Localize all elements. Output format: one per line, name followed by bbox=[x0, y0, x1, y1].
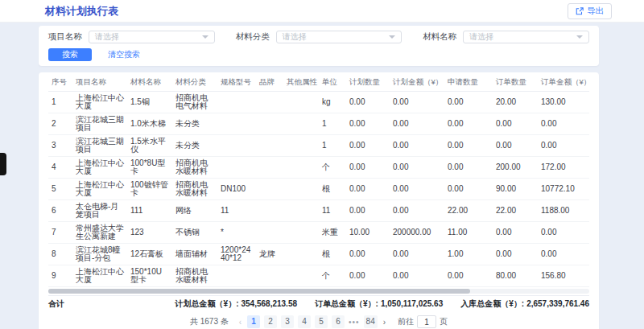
table-cell: 招商机电水暖材料 bbox=[172, 265, 217, 287]
table-cell: 172.00 bbox=[538, 157, 589, 179]
table-cell: 0.00 bbox=[390, 113, 444, 135]
table-cell: 1 bbox=[319, 135, 346, 157]
filter-select[interactable]: 请选择 bbox=[463, 31, 589, 43]
table-cell: 0.00 bbox=[346, 113, 390, 135]
column-header: 计划数量 bbox=[346, 74, 390, 92]
table-cell bbox=[217, 92, 256, 113]
column-header: 品牌 bbox=[256, 74, 283, 92]
main-content: 项目名称请选择材料分类请选择材料名称请选择 搜索 清空搜索 序号项目名称材料名称… bbox=[39, 26, 599, 329]
more-pages-button[interactable]: ••• bbox=[349, 318, 360, 327]
table-row: 2滨江花城三期项目1.0米木梯未分类10.000.000.000.000.00 bbox=[48, 113, 589, 135]
table-cell: 根 bbox=[319, 244, 346, 265]
table-cell: 0.00 bbox=[493, 135, 538, 157]
filter-fields-row: 项目名称请选择材料分类请选择材料名称请选择 bbox=[48, 31, 589, 43]
table-cell bbox=[217, 157, 256, 179]
page-button[interactable]: 1 bbox=[247, 315, 260, 328]
table-cell: 111 bbox=[127, 200, 172, 222]
table-cell: 1.5铜 bbox=[127, 92, 172, 113]
table-cell: 7 bbox=[48, 222, 72, 244]
table-cell: 网络 bbox=[172, 200, 217, 222]
table-cell: 1 bbox=[48, 92, 72, 113]
horizontal-scrollbar-thumb[interactable] bbox=[48, 289, 470, 294]
column-header: 材料名称 bbox=[127, 74, 172, 92]
export-button[interactable]: 导出 bbox=[568, 3, 612, 19]
table-cell: 1.00 bbox=[444, 244, 493, 265]
filter-select[interactable]: 请选择 bbox=[89, 31, 215, 43]
table-cell: 0.00 bbox=[444, 265, 493, 287]
table-cell bbox=[283, 135, 319, 157]
filter-field-label: 材料分类 bbox=[236, 31, 270, 43]
table-cell: 10772.10 bbox=[538, 179, 589, 200]
table-cell: 22.00 bbox=[493, 200, 538, 222]
table-cell: 上海松江中心大厦 bbox=[72, 179, 127, 200]
table-cell bbox=[256, 135, 283, 157]
table-cell: 0.00 bbox=[538, 113, 589, 135]
table-cell bbox=[256, 200, 283, 222]
filter-panel: 项目名称请选择材料分类请选择材料名称请选择 搜索 清空搜索 bbox=[39, 26, 599, 66]
page-button[interactable]: 4 bbox=[298, 315, 311, 328]
table-cell: 156.80 bbox=[538, 265, 589, 287]
table-cell: 0.00 bbox=[444, 113, 493, 135]
page-button[interactable]: 5 bbox=[315, 315, 328, 328]
table-cell: 22.00 bbox=[444, 200, 493, 222]
table-cell: 滨江花城三期项目 bbox=[72, 135, 127, 157]
table-cell bbox=[283, 113, 319, 135]
app-header: 材料计划执行表 导出 bbox=[0, 0, 644, 23]
select-placeholder: 请选择 bbox=[283, 31, 307, 43]
table-cell: 0.00 bbox=[346, 92, 390, 113]
page-button[interactable]: 84 bbox=[364, 315, 378, 328]
table-row: 1上海松江中心大厦1.5铜招商机电电气材料kg0.000.000.0020.00… bbox=[48, 92, 589, 113]
table-cell: 0.00 bbox=[538, 135, 589, 157]
goto-page-input[interactable] bbox=[417, 315, 436, 328]
table-cell: 4 bbox=[48, 157, 72, 179]
clear-search-button[interactable]: 清空搜索 bbox=[108, 49, 140, 60]
table-cell bbox=[256, 179, 283, 200]
table-cell: 0.00 bbox=[346, 157, 390, 179]
horizontal-scrollbar-track[interactable] bbox=[48, 289, 589, 294]
table-cell: 个 bbox=[319, 157, 346, 179]
column-header: 单位 bbox=[319, 74, 346, 92]
table-row: 3滨江花城三期项目1.5米水平仪未分类10.000.000.000.000.00 bbox=[48, 135, 589, 157]
table-cell: 招商机电电气材料 bbox=[172, 92, 217, 113]
filter-field: 材料分类请选择 bbox=[236, 31, 402, 43]
table-body: 1上海松江中心大厦1.5铜招商机电电气材料kg0.000.000.0020.00… bbox=[48, 92, 589, 287]
filter-select[interactable]: 请选择 bbox=[276, 31, 402, 43]
table-cell: 太仓电梯-月笼项目 bbox=[72, 200, 127, 222]
goto-suffix: 页 bbox=[440, 316, 448, 327]
table-row: 6太仓电梯-月笼项目111网络11110.000.0022.0022.00118… bbox=[48, 200, 589, 222]
table-cell: 常州盛达大学生公寓新建 bbox=[72, 222, 127, 244]
table-cell: 90.00 bbox=[493, 179, 538, 200]
summary-item-label: 订单总金额（¥）: bbox=[315, 299, 378, 308]
table-cell: 100*8U型卡 bbox=[127, 157, 172, 179]
collapsed-sidebar-handle[interactable] bbox=[0, 153, 6, 175]
select-placeholder: 请选择 bbox=[95, 31, 119, 43]
table-row: 8滨江花城8幢项目-分包12石膏板墙面辅材1200*2440*12龙牌根0.00… bbox=[48, 244, 589, 265]
table-cell: 招商机电水暖材料 bbox=[172, 179, 217, 200]
column-header: 订单数量 bbox=[493, 74, 538, 92]
summary-item-label: 计划总金额（¥）: bbox=[175, 299, 239, 308]
next-page-button[interactable]: › bbox=[382, 318, 387, 327]
select-placeholder: 请选择 bbox=[469, 31, 493, 43]
summary-item-value: 1,050,117,025.63 bbox=[381, 299, 443, 308]
table-cell bbox=[283, 222, 319, 244]
filter-actions: 搜索 清空搜索 bbox=[48, 48, 589, 61]
table-cell: 9 bbox=[48, 265, 72, 287]
table-cell: * bbox=[217, 222, 256, 244]
prev-page-button[interactable]: ‹ bbox=[237, 318, 243, 327]
export-label: 导出 bbox=[587, 6, 604, 17]
table-cell bbox=[256, 157, 283, 179]
summary-row: 合计 计划总金额（¥）:354,568,213.58订单总金额（¥）:1,050… bbox=[48, 295, 589, 312]
summary-item: 入库总金额（¥）:2,657,339,761.46 bbox=[460, 298, 589, 310]
table-cell: 5 bbox=[48, 179, 72, 200]
table-cell: 0.00 bbox=[346, 135, 390, 157]
table-cell: 200000.00 bbox=[390, 222, 444, 244]
column-header: 计划金额（¥） bbox=[390, 74, 444, 92]
table-cell: 招商机电水暖材料 bbox=[172, 157, 217, 179]
page-button[interactable]: 6 bbox=[332, 315, 345, 328]
table-cell: 0.00 bbox=[538, 244, 589, 265]
page-button[interactable]: 2 bbox=[264, 315, 277, 328]
search-button[interactable]: 搜索 bbox=[48, 48, 92, 61]
filter-field-label: 项目名称 bbox=[48, 31, 82, 43]
table-cell: 上海松江中心大厦 bbox=[72, 92, 127, 113]
page-button[interactable]: 3 bbox=[281, 315, 294, 328]
